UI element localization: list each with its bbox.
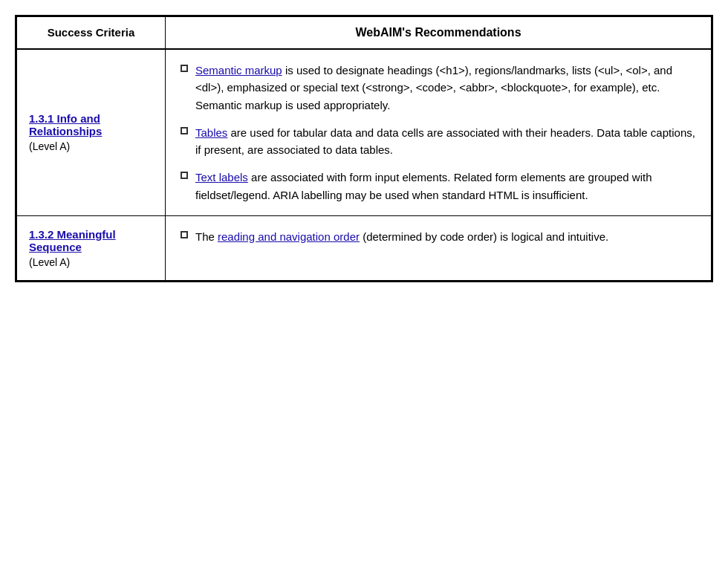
rec-text-rec-tables: Tables are used for tabular data and dat…: [195, 124, 696, 159]
recommendations-cell-row-1-3-2: The reading and navigation order (determ…: [166, 215, 712, 280]
main-table-container: Success Criteria WebAIM's Recommendation…: [15, 15, 713, 282]
criteria-level-row-1-3-2: (Level A): [29, 256, 153, 268]
rec-item-rec-tables: Tables are used for tabular data and dat…: [181, 124, 696, 159]
criteria-link-row-1-3-2[interactable]: 1.3.2 Meaningful Sequence: [29, 228, 116, 253]
rec-text-rec-semantic: Semantic markup is used to designate hea…: [195, 62, 696, 114]
bullet-icon: [181, 65, 188, 72]
wcag-table: Success Criteria WebAIM's Recommendation…: [16, 16, 712, 281]
rec-link-rec-text-labels[interactable]: Text labels: [195, 171, 248, 183]
rec-list-row-1-3-1: Semantic markup is used to designate hea…: [181, 62, 696, 204]
rec-list-row-1-3-2: The reading and navigation order (determ…: [181, 228, 696, 245]
criteria-cell-row-1-3-1: 1.3.1 Info and Relationships(Level A): [17, 49, 166, 215]
recommendations-cell-row-1-3-1: Semantic markup is used to designate hea…: [166, 49, 712, 215]
rec-link-rec-tables[interactable]: Tables: [195, 126, 227, 139]
table-row: 1.3.1 Info and Relationships(Level A)Sem…: [17, 49, 712, 215]
rec-item-rec-reading-order: The reading and navigation order (determ…: [181, 228, 696, 245]
table-header-row: Success Criteria WebAIM's Recommendation…: [17, 17, 712, 50]
criteria-link-row-1-3-1[interactable]: 1.3.1 Info and Relationships: [29, 112, 102, 137]
rec-text-rec-reading-order: The reading and navigation order (determ…: [195, 228, 696, 245]
rec-link-rec-semantic[interactable]: Semantic markup: [195, 64, 282, 77]
table-row: 1.3.2 Meaningful Sequence(Level A)The re…: [17, 215, 712, 280]
table-body: 1.3.1 Info and Relationships(Level A)Sem…: [17, 49, 712, 280]
header-success-criteria: Success Criteria: [17, 17, 166, 50]
bullet-icon: [181, 231, 188, 238]
bullet-icon: [181, 127, 188, 134]
criteria-cell-row-1-3-2: 1.3.2 Meaningful Sequence(Level A): [17, 215, 166, 280]
criteria-level-row-1-3-1: (Level A): [29, 140, 153, 152]
rec-item-rec-semantic: Semantic markup is used to designate hea…: [181, 62, 696, 114]
header-recommendations: WebAIM's Recommendations: [166, 17, 712, 50]
rec-text-rec-text-labels: Text labels are associated with form inp…: [195, 169, 696, 204]
bullet-icon: [181, 172, 188, 179]
rec-link-rec-reading-order[interactable]: reading and navigation order: [218, 230, 360, 243]
rec-item-rec-text-labels: Text labels are associated with form inp…: [181, 169, 696, 204]
